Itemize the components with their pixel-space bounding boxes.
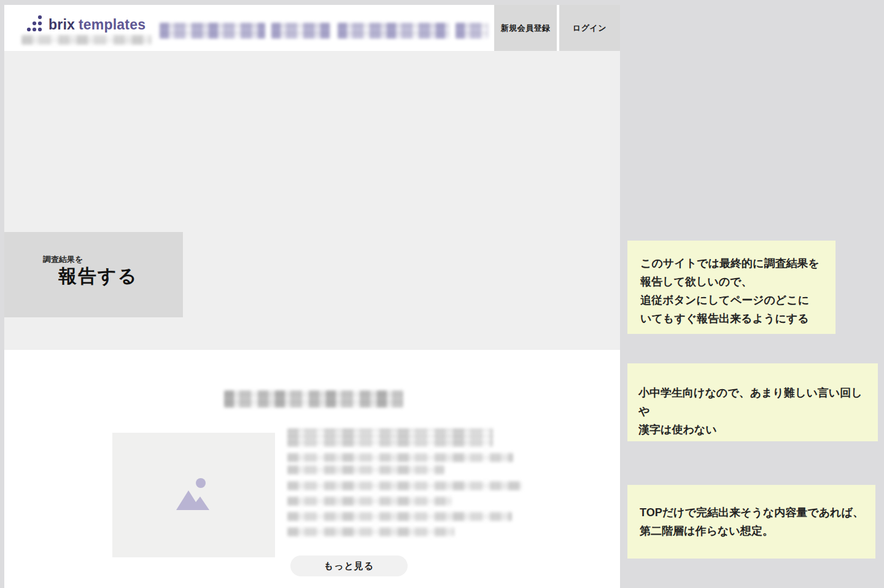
annotation-note-audience: 小中学生向けなので、あまり難しい言い回しや 漢字は使わない xyxy=(627,363,878,441)
brand-wordmark: brixtemplates xyxy=(48,17,145,33)
redacted-nav-link-3[interactable] xyxy=(338,23,449,39)
report-button-label: 報告する xyxy=(58,264,138,289)
signup-button[interactable]: 新規会員登録 xyxy=(494,5,557,51)
image-placeholder xyxy=(112,433,275,557)
annotation-note-site-depth: TOPだけで完結出来そうな内容量であれば、 第二階層は作らない想定。 xyxy=(627,485,875,559)
header-actions: 新規会員登録 ログイン xyxy=(494,5,620,51)
redacted-paragraph-line xyxy=(287,497,452,506)
redacted-paragraph-line xyxy=(287,465,444,474)
report-sticky-button[interactable]: 調査結果を 報告する xyxy=(4,232,183,317)
mountain-photo-icon xyxy=(171,474,217,516)
redacted-section-title xyxy=(224,390,403,408)
redacted-paragraph-line xyxy=(287,512,512,521)
redacted-paragraph-line xyxy=(287,481,522,490)
site-header: brixtemplates 新規会員登録 ログイン xyxy=(4,5,620,51)
redacted-paragraph-line xyxy=(287,428,493,447)
design-canvas: brixtemplates 新規会員登録 ログイン 調査結果を 報告する xyxy=(0,0,884,588)
redacted-nav-link-2[interactable] xyxy=(271,23,330,39)
redacted-nav-link-1[interactable] xyxy=(160,23,265,39)
redacted-tagline xyxy=(21,35,152,45)
login-button[interactable]: ログイン xyxy=(559,5,620,51)
redacted-paragraph-line xyxy=(287,527,454,536)
redacted-paragraph-line xyxy=(287,453,513,462)
brand-logo[interactable]: brixtemplates xyxy=(25,15,145,34)
brix-dots-logo-icon xyxy=(25,15,43,34)
redacted-nav-link-4[interactable] xyxy=(456,23,488,39)
annotation-note-sticky-report: このサイトでは最終的に調査結果を 報告して欲しいので、 追従ボタンにしてページの… xyxy=(627,241,836,334)
see-more-button[interactable]: もっと見る xyxy=(290,555,408,576)
brand-word-brix: brix xyxy=(48,17,75,33)
brand-word-templates: templates xyxy=(79,17,145,33)
website-mockup-page: brixtemplates 新規会員登録 ログイン 調査結果を 報告する xyxy=(4,5,620,588)
